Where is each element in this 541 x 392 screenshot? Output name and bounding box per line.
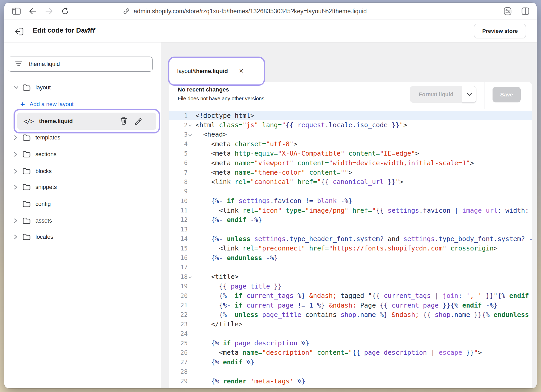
- sidebar-item-config[interactable]: config: [4, 196, 161, 212]
- back-icon[interactable]: [29, 8, 37, 15]
- code-line-13[interactable]: 13: [169, 225, 532, 234]
- line-number: 19: [169, 281, 192, 291]
- code-line-25[interactable]: 25 {% if page_description %}: [169, 338, 532, 348]
- code-line-28[interactable]: 28: [169, 367, 532, 376]
- code-text: {%- endif -%}: [192, 216, 262, 224]
- chevron-down-icon: [466, 93, 472, 96]
- reload-icon[interactable]: [61, 7, 69, 15]
- code-text: <meta name="description" content="{{ pag…: [192, 349, 482, 356]
- sidebar-item-sections[interactable]: sections: [4, 146, 161, 163]
- url-text[interactable]: admin.shopify.com/store/rzq1xu-f5/themes…: [134, 8, 367, 15]
- format-liquid-button[interactable]: Format liquid: [410, 86, 462, 103]
- code-line-27[interactable]: 27 {% endif %}: [169, 357, 532, 367]
- code-line-21[interactable]: 21 {%- if current_page != 1 %} &ndash; P…: [169, 301, 532, 310]
- split-view-icon[interactable]: [521, 7, 530, 15]
- code-line-12[interactable]: 12 {%- endif -%}: [169, 215, 532, 224]
- tab-theme-liquid[interactable]: layout/theme.liquid ✕: [171, 60, 262, 82]
- code-line-18[interactable]: 18 <title>: [169, 272, 532, 281]
- line-number: 3: [169, 130, 192, 139]
- search-input[interactable]: [28, 60, 133, 68]
- code-line-10[interactable]: 10 {%- if settings.favicon != blank -%}: [169, 196, 532, 206]
- line-number: 17: [169, 262, 192, 272]
- forward-icon: [45, 8, 53, 15]
- sidebar-item-snippets[interactable]: snippets: [4, 179, 161, 195]
- line-number: 23: [169, 320, 192, 329]
- add-layout-label: Add a new layout: [30, 101, 74, 108]
- page-settings-icon[interactable]: [503, 7, 512, 16]
- fold-chevron-icon[interactable]: [188, 275, 192, 279]
- file-item-theme-liquid[interactable]: </> theme.liquid: [17, 113, 156, 130]
- line-number: 25: [169, 338, 192, 348]
- code-text: {% render 'meta-tags' %}: [192, 377, 305, 385]
- sidebar-toggle-icon[interactable]: [12, 7, 21, 15]
- code-text: </title>: [192, 320, 243, 328]
- code-line-4[interactable]: 4 <meta charset="utf-8">: [169, 139, 532, 149]
- code-text: <link rel="canonical" href="{{ canonical…: [192, 178, 403, 186]
- code-line-26[interactable]: 26 <meta name="description" content="{{ …: [169, 348, 532, 357]
- code-line-6[interactable]: 6 <meta name="viewport" content="width=d…: [169, 158, 532, 168]
- code-line-29[interactable]: 29 {% render 'meta-tags' %}: [169, 376, 532, 386]
- add-new-layout-button[interactable]: + Add a new layout: [4, 96, 161, 113]
- code-line-3[interactable]: 3 <head>: [169, 130, 532, 139]
- tab-path: layout/: [177, 68, 194, 75]
- code-text: {%- endunless -%}: [192, 254, 278, 262]
- code-text: <link rel="icon" type="image/png" href="…: [192, 207, 532, 214]
- more-menu-button[interactable]: •••: [88, 25, 96, 33]
- line-number: 14: [169, 234, 192, 243]
- code-text: <head>: [192, 131, 227, 138]
- line-number: 22: [169, 310, 192, 319]
- versions-status: File does not have any other versions: [178, 96, 264, 102]
- code-line-2[interactable]: 2<html class="js" lang="{{ request.local…: [169, 120, 532, 130]
- sidebar-item-templates[interactable]: templates: [4, 129, 161, 146]
- tab-close-icon[interactable]: ✕: [239, 68, 243, 75]
- code-line-17[interactable]: 17: [169, 262, 532, 272]
- rename-file-icon[interactable]: [134, 117, 142, 126]
- tab-filename: theme.liquid: [194, 68, 228, 75]
- code-line-14[interactable]: 14 {%- unless settings.type_header_font.…: [169, 234, 532, 243]
- code-line-15[interactable]: 15 <link rel="preconnect" href="https://…: [169, 243, 532, 253]
- code-line-7[interactable]: 7 <meta name="theme-color" content="">: [169, 168, 532, 177]
- fold-chevron-icon[interactable]: [188, 133, 192, 136]
- folder-icon: [22, 168, 31, 175]
- code-text: <meta name="theme-color" content="">: [192, 169, 352, 176]
- code-line-22[interactable]: 22 {%- unless page_title contains shop.n…: [169, 310, 532, 319]
- fold-chevron-icon[interactable]: [188, 124, 192, 127]
- sidebar-item-assets[interactable]: assets: [4, 212, 161, 229]
- line-number: 11: [169, 206, 192, 215]
- code-line-8[interactable]: 8 <link rel="canonical" href="{{ canonic…: [169, 177, 532, 187]
- folder-icon: [22, 217, 31, 224]
- link-icon: [123, 8, 130, 15]
- code-line-1[interactable]: 1<!doctype html>: [169, 111, 532, 120]
- save-button[interactable]: Save: [493, 87, 521, 102]
- code-line-16[interactable]: 16 {%- endunless -%}: [169, 253, 532, 262]
- editor-area: layout/theme.liquid ✕ No recent changes …: [161, 42, 537, 388]
- sidebar-item-locales[interactable]: locales: [4, 229, 161, 245]
- code-line-9[interactable]: 9: [169, 187, 532, 196]
- annotation-ring-tab: layout/theme.liquid ✕: [168, 57, 265, 86]
- exit-icon[interactable]: [15, 26, 25, 38]
- sidebar-item-layout[interactable]: layout: [4, 79, 161, 96]
- code-line-20[interactable]: 20 {%- if current_tags %} &ndash; tagged…: [169, 291, 532, 300]
- chevron-right-icon: [14, 184, 18, 190]
- code-line-19[interactable]: 19 {{ page_title }}: [169, 281, 532, 291]
- preview-store-button[interactable]: Preview store: [474, 24, 526, 38]
- sidebar-item-blocks[interactable]: blocks: [4, 163, 161, 180]
- line-number: 21: [169, 301, 192, 310]
- code-line-23[interactable]: 23 </title>: [169, 320, 532, 329]
- chevron-right-icon: [14, 218, 18, 224]
- code-line-5[interactable]: 5 <meta http-equiv="X-UA-Compatible" con…: [169, 149, 532, 158]
- folder-icon: [22, 84, 31, 91]
- desktop: admin.shopify.com/store/rzq1xu-f5/themes…: [0, 0, 541, 392]
- file-search[interactable]: [8, 57, 153, 72]
- code-editor[interactable]: 1<!doctype html>2<html class="js" lang="…: [169, 109, 532, 388]
- format-options-dropdown[interactable]: [462, 86, 476, 103]
- chevron-right-icon: [14, 168, 18, 174]
- line-number: 7: [169, 168, 192, 177]
- code-line-24[interactable]: 24: [169, 329, 532, 338]
- browser-toolbar: admin.shopify.com/store/rzq1xu-f5/themes…: [4, 3, 537, 20]
- code-text: {%- unless page_title contains shop.name…: [192, 311, 532, 318]
- folder-label: locales: [35, 234, 53, 240]
- code-line-11[interactable]: 11 <link rel="icon" type="image/png" hre…: [169, 206, 532, 215]
- line-number: 18: [169, 272, 192, 281]
- delete-file-icon[interactable]: [120, 117, 128, 126]
